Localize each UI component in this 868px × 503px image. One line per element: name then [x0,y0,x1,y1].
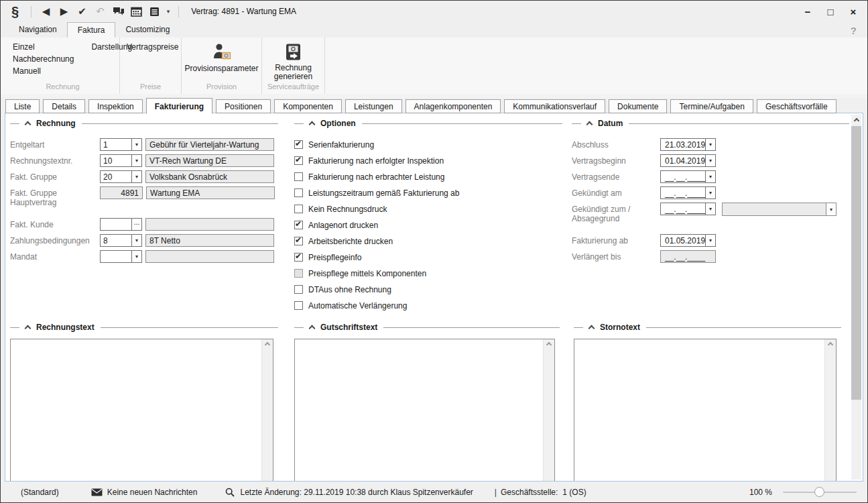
chevron-down-icon[interactable]: ▾ [705,235,715,246]
ribbon-group-rechnung: Einzel Nachberechnung Manuell Darstellun… [6,38,120,94]
rechnungstextnr-combo[interactable]: 10 ▾ [100,154,142,167]
close-button[interactable]: × [842,3,865,20]
checkbox-fakturierung-nach-erfolgter-inspektion[interactable] [294,156,303,165]
rechnungstextnr-text: VT-Rech Wartung DE [145,154,274,167]
checkbox-label: Preispflege mittels Komponenten [308,269,426,278]
vertragsende-date-picker[interactable]: __.__.____ ▾ [660,170,716,183]
zoom-slider-thumb[interactable] [814,487,824,497]
calendar-button[interactable] [127,3,145,20]
save-confirm-button[interactable]: ✔ [73,3,91,20]
toolbar-dropdown-button[interactable]: ▾ [164,3,173,20]
ribbon-group-label: Rechnung [6,82,119,93]
chevron-down-icon[interactable]: ▾ [705,139,715,150]
tab-leistungen[interactable]: Leistungen [345,99,402,113]
checkbox-serienfakturierung[interactable] [294,140,303,149]
collapse-chevron-icon[interactable] [309,325,316,332]
list-button[interactable] [145,3,164,20]
chevron-down-icon[interactable]: ▾ [131,251,141,262]
minimize-icon: − [805,6,811,17]
checkbox-automatische-verlaengerung[interactable] [294,301,303,310]
checkbox-leistungszeitraum-gemaess-fakturierung-ab[interactable] [294,188,303,197]
zoom-slider[interactable] [783,486,857,499]
absagegrund-dropdown[interactable]: ▾ [722,203,836,216]
tab-geschaeftsvorfaelle[interactable]: Geschäftsvorfälle [757,99,836,113]
forward-button[interactable]: ▶ [55,3,73,20]
section-dash [572,123,581,124]
rechnung-generieren-button[interactable]: Rechnung generieren [269,41,318,82]
fakturierung-ab-date-picker[interactable]: 01.05.2019 ▾ [660,234,716,247]
ribbon-button-manuell[interactable]: Manuell [13,66,74,76]
tab-fakturierung[interactable]: Fakturierung [146,98,212,114]
entgeltart-combo[interactable]: 1 ▾ [100,138,142,151]
chevron-down-icon[interactable]: ▾ [131,155,141,166]
help-icon[interactable]: ? [851,25,857,36]
chevron-down-icon[interactable]: ▾ [705,187,715,199]
tab-komponenten[interactable]: Komponenten [274,99,342,113]
tab-liste[interactable]: Liste [5,99,40,113]
fakt-gruppe-hauptvertrag-field: 4891 [100,186,143,199]
comment-icon [113,7,125,16]
collapse-chevron-icon[interactable] [25,325,32,332]
scrollbar-thumb[interactable] [851,126,861,400]
minimize-button[interactable]: − [796,3,819,20]
provisionsparameter-button[interactable]: Provisionsparameter [184,41,258,82]
chevron-down-icon[interactable]: ▾ [705,155,715,166]
comment-button[interactable] [109,3,127,20]
fakt-gruppe-combo[interactable]: 20 ▾ [100,170,142,183]
ribbon-tab-faktura[interactable]: Faktura [67,22,116,38]
checkbox-kein-rechnungsdruck[interactable] [294,205,303,213]
search-icon [225,488,235,497]
fakt-kunde-input[interactable]: ... [100,218,142,231]
textarea-scrollbar[interactable] [261,339,273,482]
chevron-down-icon[interactable]: ▾ [705,203,715,215]
checkbox-dtaus-ohne-rechnung[interactable] [294,285,303,294]
textarea-scrollbar[interactable] [824,339,836,482]
ribbon-button-einzel[interactable]: Einzel [13,42,74,52]
tab-positionen[interactable]: Positionen [216,99,271,113]
tab-dokumente[interactable]: Dokumente [609,99,667,113]
gekuendigt-am-date-picker[interactable]: __.__.____ ▾ [660,186,716,199]
zahlungsbedingungen-combo[interactable]: 8 ▾ [100,234,142,247]
stornotext-textarea[interactable] [574,339,836,482]
section-datum: Datum Abschluss 21.03.2019 ▾ Vertragsbeg… [572,119,849,266]
panel-scrollbar[interactable] [851,115,861,480]
chevron-down-icon[interactable]: ▾ [131,171,141,182]
abschluss-date-picker[interactable]: 21.03.2019 ▾ [660,138,716,151]
collapse-chevron-icon[interactable] [586,121,593,128]
vertragsbeginn-date-picker[interactable]: 01.04.2019 ▾ [660,154,716,167]
ribbon-tab-navigation[interactable]: Navigation [9,22,67,38]
tab-inspektion[interactable]: Inspektion [88,99,143,113]
tab-anlagenkomponenten[interactable]: Anlagenkomponenten [406,99,501,113]
tab-details[interactable]: Details [43,99,85,113]
back-button[interactable]: ◀ [37,3,55,20]
rechnungstext-textarea[interactable] [10,339,273,482]
lookup-ellipsis-button[interactable]: ... [131,219,141,230]
mandat-combo[interactable]: ▾ [100,250,142,263]
profile-status: (Standard) [21,488,59,497]
tab-termine-aufgaben[interactable]: Termine/Aufgaben [670,99,753,113]
chevron-down-icon[interactable]: ▾ [131,139,141,150]
textarea-scrollbar[interactable] [543,339,554,482]
tab-kommunikationsverlauf[interactable]: Kommunikationsverlauf [504,99,605,113]
chevron-down-icon[interactable]: ▾ [131,235,141,246]
scroll-up-button[interactable] [851,115,861,125]
collapse-chevron-icon[interactable] [309,121,316,128]
ribbon-button-vertragspreise[interactable]: Vertragspreise [127,42,178,80]
chevron-down-icon[interactable]: ▾ [826,203,836,215]
undo-button[interactable]: ↶ [91,3,109,20]
zoom-level: 100 % [749,488,772,497]
verlaengert-bis-field: __.__.____ [660,250,716,263]
gutschriftstext-textarea[interactable] [294,339,555,482]
field-label: Verlängert bis [572,250,660,262]
collapse-chevron-icon[interactable] [25,121,32,128]
maximize-button[interactable]: □ [819,3,842,20]
chevron-down-icon[interactable]: ▾ [705,171,715,182]
checkbox-arbeitsberichte-drucken[interactable] [294,237,303,245]
gekuendigt-zum-date-picker[interactable]: __.__.____ ▾ [660,203,716,215]
ribbon-button-nachberechnung[interactable]: Nachberechnung [13,54,74,64]
collapse-chevron-icon[interactable] [588,325,595,332]
checkbox-anlagenort-drucken[interactable] [294,221,303,229]
checkbox-preispflegeinfo[interactable] [294,253,303,262]
checkbox-fakturierung-nach-erbrachter-leistung[interactable] [294,172,303,181]
ribbon-tab-customizing[interactable]: Customizing [115,22,180,38]
